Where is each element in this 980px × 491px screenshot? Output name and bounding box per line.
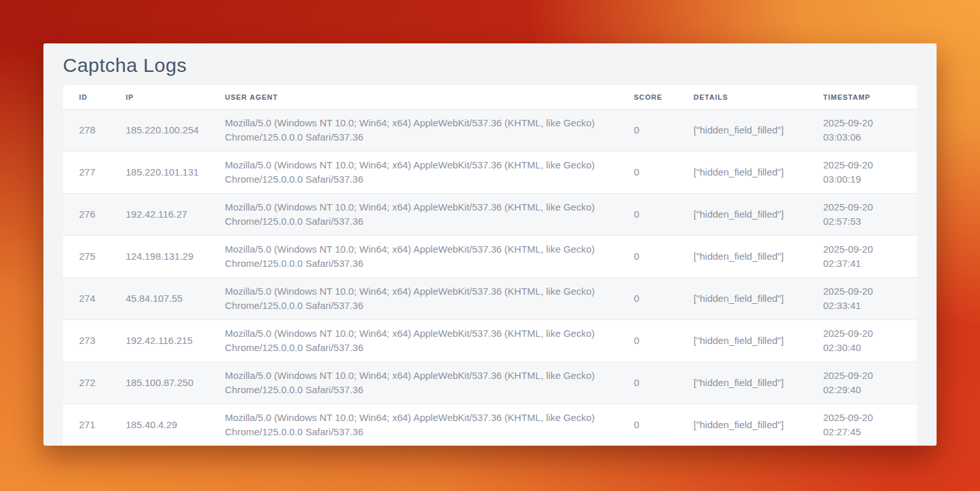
cell-user-agent: Mozilla/5.0 (Windows NT 10.0; Win64; x64…	[225, 235, 634, 277]
cell-timestamp: 2025-09-20 02:27:45	[823, 404, 917, 446]
cell-timestamp: 2025-09-20 03:00:19	[823, 151, 917, 193]
cell-user-agent: Mozilla/5.0 (Windows NT 10.0; Win64; x64…	[225, 109, 634, 151]
cell-user-agent: Mozilla/5.0 (Windows NT 10.0; Win64; x64…	[225, 319, 634, 361]
cell-ip: 185.40.4.29	[126, 404, 225, 446]
cell-ip: 45.84.107.55	[126, 277, 225, 319]
column-header-user-agent: USER AGENT	[225, 85, 634, 109]
cell-ip: 124.198.131.29	[126, 235, 225, 277]
cell-details: ["hidden_field_filled"]	[694, 193, 823, 235]
cell-id: 278	[63, 109, 126, 151]
cell-score: 0	[634, 361, 694, 404]
table-row: 273 192.42.116.215 Mozilla/5.0 (Windows …	[63, 319, 917, 361]
table-row: 277 185.220.101.131 Mozilla/5.0 (Windows…	[63, 151, 917, 193]
cell-user-agent: Mozilla/5.0 (Windows NT 10.0; Win64; x64…	[225, 193, 634, 235]
cell-score: 0	[634, 235, 694, 277]
cell-details: ["hidden_field_filled"]	[694, 109, 823, 151]
table-row: 278 185.220.100.254 Mozilla/5.0 (Windows…	[63, 109, 917, 151]
cell-timestamp: 2025-09-20 02:57:53	[823, 193, 917, 235]
cell-user-agent: Mozilla/5.0 (Windows NT 10.0; Win64; x64…	[225, 151, 634, 193]
column-header-timestamp: TIMESTAMP	[823, 85, 917, 109]
table-row: 271 185.40.4.29 Mozilla/5.0 (Windows NT …	[63, 404, 917, 446]
captcha-logs-card: Captcha Logs ID IP USER AGENT SCORE DETA…	[43, 43, 937, 446]
cell-user-agent: Mozilla/5.0 (Windows NT 10.0; Win64; x64…	[225, 404, 634, 446]
cell-score: 0	[634, 277, 694, 319]
cell-ip: 185.100.87.250	[126, 361, 225, 404]
cell-id: 273	[63, 319, 126, 361]
table-body: 278 185.220.100.254 Mozilla/5.0 (Windows…	[63, 109, 917, 446]
column-header-score: SCORE	[634, 85, 694, 109]
cell-details: ["hidden_field_filled"]	[694, 235, 823, 277]
cell-id: 274	[63, 277, 126, 319]
cell-timestamp: 2025-09-20 03:03:06	[823, 109, 917, 151]
cell-details: ["hidden_field_filled"]	[694, 319, 823, 361]
cell-score: 0	[634, 109, 694, 151]
column-header-ip: IP	[126, 85, 225, 109]
cell-details: ["hidden_field_filled"]	[694, 361, 823, 404]
cell-details: ["hidden_field_filled"]	[694, 277, 823, 319]
page-background: { "page": { "title": "Captcha Logs" }, "…	[0, 0, 980, 491]
cell-ip: 185.220.101.131	[126, 151, 225, 193]
column-header-id: ID	[63, 85, 126, 109]
cell-id: 275	[63, 235, 126, 277]
cell-id: 271	[63, 404, 126, 446]
table-row: 272 185.100.87.250 Mozilla/5.0 (Windows …	[63, 361, 917, 404]
cell-timestamp: 2025-09-20 02:37:41	[823, 235, 917, 277]
cell-user-agent: Mozilla/5.0 (Windows NT 10.0; Win64; x64…	[225, 277, 634, 319]
cell-ip: 185.220.100.254	[126, 109, 225, 151]
table-row: 276 192.42.116.27 Mozilla/5.0 (Windows N…	[63, 193, 917, 235]
cell-score: 0	[634, 151, 694, 193]
cell-ip: 192.42.116.215	[126, 319, 225, 361]
cell-id: 277	[63, 151, 126, 193]
cell-id: 272	[63, 361, 126, 404]
table-header-row: ID IP USER AGENT SCORE DETAILS TIMESTAMP	[63, 85, 917, 109]
cell-user-agent: Mozilla/5.0 (Windows NT 10.0; Win64; x64…	[225, 361, 634, 404]
table-row: 274 45.84.107.55 Mozilla/5.0 (Windows NT…	[63, 277, 917, 319]
cell-timestamp: 2025-09-20 02:33:41	[823, 277, 917, 319]
cell-details: ["hidden_field_filled"]	[694, 151, 823, 193]
cell-ip: 192.42.116.27	[126, 193, 225, 235]
cell-timestamp: 2025-09-20 02:30:40	[823, 319, 917, 361]
page-title: Captcha Logs	[63, 54, 917, 77]
captcha-logs-table: ID IP USER AGENT SCORE DETAILS TIMESTAMP…	[63, 85, 917, 446]
cell-score: 0	[634, 319, 694, 361]
cell-score: 0	[634, 193, 694, 235]
cell-timestamp: 2025-09-20 02:29:40	[823, 361, 917, 404]
cell-score: 0	[634, 404, 694, 446]
table-row: 275 124.198.131.29 Mozilla/5.0 (Windows …	[63, 235, 917, 277]
column-header-details: DETAILS	[694, 85, 823, 109]
cell-details: ["hidden_field_filled"]	[694, 404, 823, 446]
cell-id: 276	[63, 193, 126, 235]
